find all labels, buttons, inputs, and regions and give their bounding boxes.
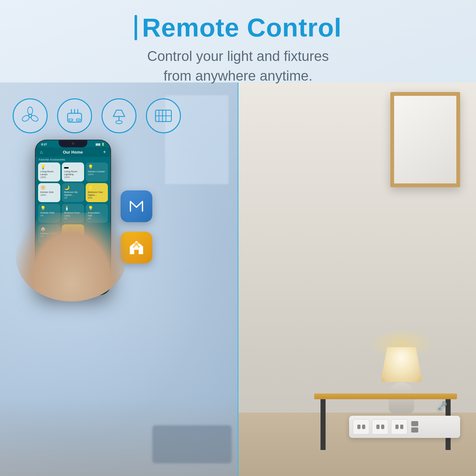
outlet-2 (372, 419, 388, 434)
device-status-lightstrip: 100% (64, 176, 82, 178)
meross-app-icon[interactable] (121, 190, 152, 222)
svg-rect-9 (76, 119, 80, 121)
svg-marker-10 (113, 110, 125, 116)
fan-icon (21, 106, 40, 125)
header: Remote Control Control your light and fi… (0, 0, 476, 92)
svg-rect-8 (69, 119, 73, 121)
device-icon-kitchen: 💡 (88, 164, 106, 169)
svg-point-1 (28, 107, 33, 115)
power-strip (349, 416, 460, 438)
usb-ports (411, 421, 418, 433)
device-icon-bedroom-nightstand: 🌙 (64, 185, 82, 190)
lamp-icon-circle (102, 98, 136, 133)
device-card-lightstrip[interactable]: ▬ Living Room Lightstrip 100% (62, 162, 84, 182)
outlet-hole (381, 425, 384, 429)
device-status-kitchen-sink: 100% (40, 194, 58, 196)
page-wrapper: Remote Control Control your light and fi… (0, 0, 476, 476)
device-status-bedroom-yours: 60% (88, 197, 106, 199)
outlet-hole (400, 425, 403, 429)
title-bar-decoration (135, 15, 137, 40)
phone-container: 8:27 ▮▮▮ 🔋 ⌂ Our Home + Favorite Accesso… (25, 140, 121, 295)
device-icon-outside-patio: 💡 (40, 206, 58, 211)
outlet-3 (391, 419, 407, 434)
usb-port-1 (411, 421, 418, 426)
device-name-kitchen-counter: Kitchen Counter (88, 170, 106, 173)
header-title: Remote Control (0, 13, 476, 43)
phone-nav-title: Our Home (43, 150, 103, 155)
device-card-bedroom-nightstand[interactable]: 🌙 Bedroom My Nightst... Off (62, 183, 84, 202)
hand (16, 213, 127, 301)
table-top (314, 393, 457, 399)
device-status-kitchen-counter: 100% (88, 173, 106, 175)
usb-port-2 (411, 427, 418, 433)
device-name-lamps: Living Room Lamps (40, 170, 58, 176)
favorites-label: Favorite Accessories (36, 157, 110, 162)
device-icon-sink: 🔆 (40, 185, 58, 190)
notch-camera (72, 142, 74, 145)
smart-home-logo (127, 238, 146, 257)
device-name-kitchen-sink: Kitchen Sink (40, 191, 58, 194)
svg-point-12 (116, 121, 122, 124)
heater-icon-circle (146, 98, 181, 133)
sofa-blur (152, 425, 232, 463)
outlet-1 (353, 419, 369, 434)
mirror (390, 92, 460, 187)
lamp-icon (109, 106, 129, 125)
device-status-lamps: 100% (40, 176, 58, 178)
device-icon-downstairs: 💡 (88, 206, 106, 211)
keys-decoration: 🗝️ (436, 400, 447, 411)
device-card-kitchen-sink[interactable]: 🔆 Kitchen Sink 100% (38, 183, 60, 202)
lamp-shade (381, 347, 422, 382)
room-scene: 🗝️ (238, 83, 476, 476)
phone-nav-bar: ⌂ Our Home + (36, 147, 110, 157)
device-icon-lamps: 💡 (40, 164, 58, 169)
device-icon-lightstrip: ▬ (64, 164, 82, 169)
meross-logo (127, 197, 146, 215)
device-icon-floor-lamp: 🕯️ (64, 206, 82, 211)
fan-icon-circle (13, 98, 48, 133)
heater-icon (154, 106, 173, 125)
toaster-icon-circle (57, 98, 92, 133)
header-subtitle: Control your light and fixtures from any… (0, 46, 476, 85)
toaster-icon (65, 106, 84, 125)
device-card-bedroom-yours[interactable]: ⭐ Bedroom Your Nights... 60% (86, 183, 108, 202)
outlet-hole (357, 425, 360, 429)
device-icon-bedroom-yours: ⭐ (88, 185, 106, 190)
device-card-kitchen-counter[interactable]: 💡 Kitchen Counter 100% (86, 162, 108, 182)
device-status-bedroom-nightstand: Off (64, 197, 82, 199)
main-title: Remote Control (142, 13, 342, 43)
device-card-living-room-lamps[interactable]: 💡 Living Room Lamps 100% (38, 162, 60, 182)
outlet-hole (395, 425, 399, 429)
center-divider (238, 83, 239, 476)
device-icons-row (13, 98, 181, 133)
device-name-bedroom-nightstand: Bedroom My Nightst... (64, 191, 82, 196)
phone-signal-battery: ▮▮▮ 🔋 (96, 143, 105, 146)
phone-nav-home-icon[interactable]: ⌂ (40, 149, 43, 155)
phone-notch (59, 140, 87, 147)
outlet-hole (376, 425, 380, 429)
phone-time: 8:27 (41, 143, 47, 146)
device-name-lightstrip: Living Room Lightstrip (64, 170, 82, 176)
phone-nav-add-button[interactable]: + (103, 149, 106, 155)
device-name-bedroom-yours: Bedroom Your Nights... (88, 191, 106, 196)
outlet-hole (362, 425, 365, 429)
table-leg-left (321, 399, 326, 450)
